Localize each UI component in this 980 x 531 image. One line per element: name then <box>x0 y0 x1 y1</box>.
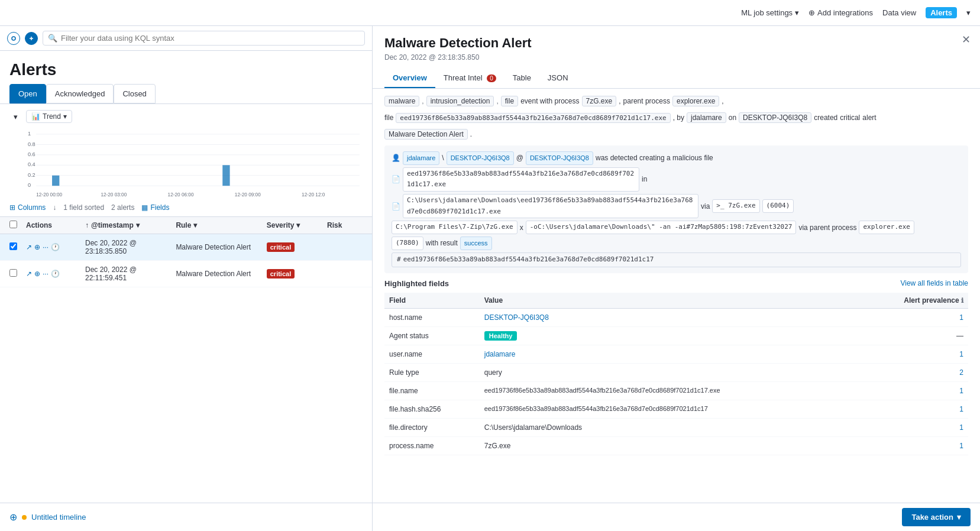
add-filter-icon[interactable] <box>25 32 38 45</box>
trend-button[interactable]: 📊 Trend ▾ <box>26 110 72 123</box>
fields-table: Field Value Alert prevalence ℹ host.name… <box>384 293 968 455</box>
tab-json[interactable]: JSON <box>539 69 577 88</box>
desc-line-5: (7880) with result success <box>392 237 961 250</box>
timeline-icon[interactable]: 🕐 <box>51 270 60 278</box>
row-severity: critical <box>267 243 327 251</box>
tag-malware: malware <box>384 96 419 106</box>
more-icon[interactable]: ··· <box>43 270 48 278</box>
field-name: user.name <box>384 345 480 363</box>
timeline-icon[interactable]: 🕐 <box>51 243 60 251</box>
field-name: file.directory <box>384 418 480 436</box>
row-severity: critical <box>267 270 327 278</box>
columns-button[interactable]: ⊞ Columns <box>9 203 46 212</box>
field-prevalence: 1 <box>861 308 968 326</box>
data-view[interactable]: Data view <box>882 8 916 17</box>
collapse-trend-button[interactable]: ▾ <box>9 111 21 122</box>
field-prevalence: 2 <box>861 363 968 381</box>
th-timestamp-label: @timestamp <box>91 221 134 229</box>
field-prevalence: 1 <box>861 345 968 363</box>
file-icon: 📄 <box>392 173 400 185</box>
chevron-down-icon-alerts[interactable]: ▾ <box>966 8 971 17</box>
alert-title: Malware Detection Alert <box>384 35 968 51</box>
columns-icon: ⊞ <box>9 203 15 212</box>
row-checkbox[interactable] <box>9 269 17 277</box>
tab-closed[interactable]: Closed <box>114 84 155 103</box>
timeline-label[interactable]: Untitled timeline <box>31 513 86 522</box>
ml-job-settings-label: ML job settings <box>741 8 793 17</box>
add-integrations[interactable]: ⊕ Add integrations <box>808 8 873 17</box>
tab-table[interactable]: Table <box>504 69 539 88</box>
fields-label: Fields <box>150 203 169 212</box>
field-prevalence: 1 <box>861 381 968 400</box>
row-timestamp: Dec 20, 2022 @ 22:11:59.451 <box>85 266 176 282</box>
svg-text:0: 0 <box>28 182 31 188</box>
search-input-wrap[interactable]: 🔍 <box>43 31 365 46</box>
sort-icon-sev: ▾ <box>296 221 300 229</box>
alert-header: Malware Detection Alert Dec 20, 2022 @ 2… <box>373 26 980 89</box>
malware-tag-line: Malware Detection Alert . <box>384 129 968 140</box>
field-value-link[interactable]: jdalamare <box>484 350 516 358</box>
row-actions: ↗ ⊕ ··· 🕐 <box>26 243 85 251</box>
tab-acknowledged[interactable]: Acknowledged <box>46 84 114 103</box>
desc-hash: # eed19736f86e5b33a89ab883adf5544a3fb216… <box>392 252 961 267</box>
sort-icon-ts: ▾ <box>136 221 140 229</box>
row-checkbox[interactable] <box>9 242 17 250</box>
alerts-badge[interactable]: Alerts <box>926 7 957 18</box>
svg-text:1: 1 <box>28 130 31 137</box>
field-value: Healthy <box>480 326 861 345</box>
search-input[interactable] <box>61 34 360 43</box>
tab-open[interactable]: Open <box>9 84 46 103</box>
take-action-button[interactable]: Take action ▾ <box>902 508 971 526</box>
close-button[interactable]: ✕ <box>962 33 971 46</box>
row-rule: Malware Detection Alert <box>176 270 266 278</box>
desc-line-3: 📄 C:\Users\jdalamare\Downloads\eed19736f… <box>392 194 961 218</box>
add-timeline-button[interactable]: ⊕ <box>9 511 17 523</box>
trend-label: Trend <box>43 112 61 121</box>
field-name: host.name <box>384 308 480 326</box>
add-integrations-label: Add integrations <box>817 8 873 17</box>
collapse-icon[interactable] <box>7 32 20 45</box>
user-icon: 👤 <box>392 152 400 164</box>
more-icon[interactable]: ··· <box>43 243 48 251</box>
field-value-link[interactable]: DESKTOP-JQ6I3Q8 <box>484 313 549 322</box>
info-icon[interactable]: ℹ <box>961 297 963 304</box>
chevron-down-icon-action: ▾ <box>957 513 961 522</box>
row-rule: Malware Detection Alert <box>176 243 266 251</box>
ml-job-settings[interactable]: ML job settings ▾ <box>741 8 799 17</box>
chevron-down-icon-trend: ▾ <box>63 112 67 121</box>
alerts-count: 2 alerts <box>111 203 134 212</box>
expand-icon[interactable]: ↗ <box>26 243 32 251</box>
th-timestamp[interactable]: ↑ @timestamp ▾ <box>85 221 176 229</box>
view-all-link[interactable]: View all fields in table <box>900 279 968 287</box>
field-prevalence: 1 <box>861 418 968 436</box>
fields-button[interactable]: ▦ Fields <box>141 203 169 212</box>
file-line: file eed19736f86e5b33a89ab883adf5544a3fb… <box>384 112 968 123</box>
share-icon[interactable]: ⊕ <box>34 243 40 251</box>
field-value: query <box>480 363 861 381</box>
svg-text:12-20 12:0: 12-20 12:0 <box>302 191 325 197</box>
tab-overview[interactable]: Overview <box>384 69 435 88</box>
svg-text:12-20 00:00: 12-20 00:00 <box>36 191 62 197</box>
sort-asc-icon: ↑ <box>85 221 89 229</box>
highlighted-fields-title: Highlighted fields <box>384 279 449 288</box>
tag-machine: DESKTOP-JQ6I3Q8 <box>739 112 811 123</box>
select-all-checkbox[interactable] <box>9 221 17 228</box>
th-rule[interactable]: Rule ▾ <box>176 221 266 229</box>
field-value: eed19736f86e5b33a89ab883adf5544a3fb216e3… <box>480 400 861 418</box>
th-severity[interactable]: Severity ▾ <box>267 221 327 229</box>
th-field: Field <box>384 293 480 309</box>
tag-username: jdalamare <box>687 112 726 123</box>
highlighted-header: Highlighted fields View all fields in ta… <box>384 279 968 288</box>
table-controls: ⊞ Columns ↓ 1 field sorted 2 alerts ▦ Fi… <box>0 199 372 217</box>
field-row: file.name eed19736f86e5b33a89ab883adf554… <box>384 381 968 400</box>
table-row[interactable]: ↗ ⊕ ··· 🕐 Dec 20, 2022 @ 23:18:35.850 Ma… <box>0 234 372 261</box>
tag-file: file <box>501 96 518 106</box>
integrations-icon: ⊕ <box>808 8 815 17</box>
expand-icon[interactable]: ↗ <box>26 270 32 278</box>
share-icon[interactable]: ⊕ <box>34 270 40 278</box>
status-tabs: Open Acknowledged Closed <box>0 84 372 104</box>
table-row[interactable]: ↗ ⊕ ··· 🕐 Dec 20, 2022 @ 22:11:59.451 Ma… <box>0 261 372 287</box>
svg-text:0.4: 0.4 <box>28 161 36 167</box>
tab-threat-intel[interactable]: Threat Intel 0 <box>435 69 504 88</box>
field-row: file.directory C:\Users\jdalamare\Downlo… <box>384 418 968 436</box>
